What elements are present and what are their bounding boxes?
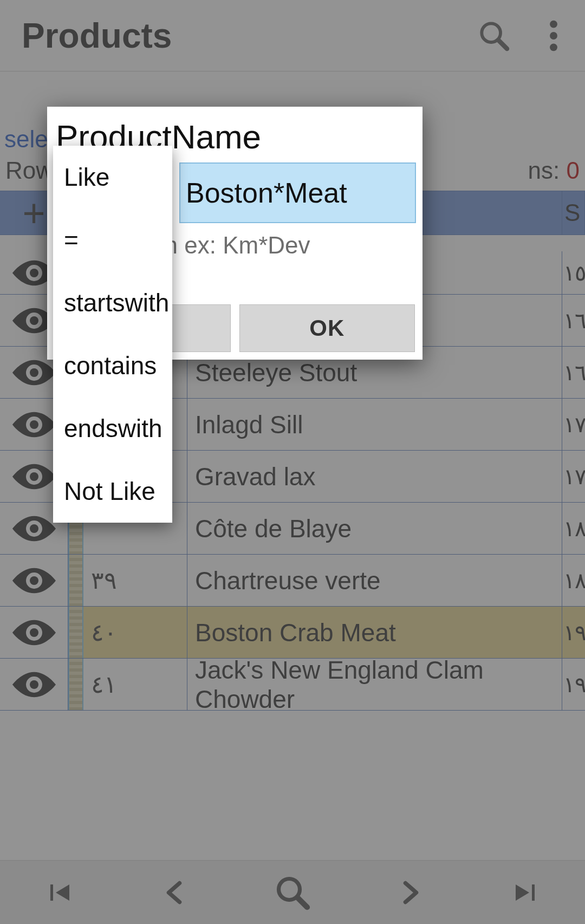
ok-button[interactable]: OK <box>239 304 415 352</box>
operator-option[interactable]: Not Like <box>53 460 172 523</box>
operator-option[interactable]: endswith <box>53 397 172 460</box>
operator-option[interactable]: = <box>53 209 172 271</box>
operator-option[interactable]: startswith <box>53 271 172 334</box>
operator-dropdown: Like=startswithcontainsendswithNot Like <box>53 146 172 523</box>
operator-option[interactable]: contains <box>53 334 172 397</box>
filter-value-input[interactable]: Boston*Meat <box>179 162 416 223</box>
operator-option[interactable]: Like <box>53 146 172 209</box>
